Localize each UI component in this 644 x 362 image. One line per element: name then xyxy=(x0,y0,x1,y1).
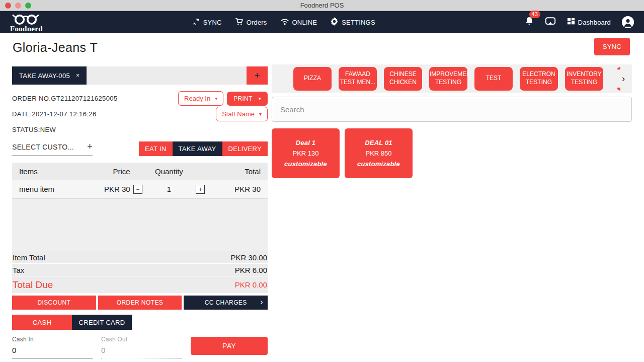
zoom-window-icon[interactable] xyxy=(25,3,31,9)
notification-count-badge: 43 xyxy=(529,11,540,18)
chevron-down-icon: ▾ xyxy=(259,96,261,101)
cart-icon xyxy=(235,17,244,27)
window-titlebar: Foodnerd POS xyxy=(0,0,644,11)
tax-row: Tax PKR 6.00 xyxy=(12,264,268,276)
nav-orders[interactable]: Orders xyxy=(235,17,267,27)
staff-name-dropdown[interactable]: Staff Name ▾ xyxy=(216,107,268,121)
nav-dashboard-label: Dashboard xyxy=(578,19,611,26)
cash-row: Cash In Cash Out PAY xyxy=(12,336,268,358)
chevron-right-icon: › xyxy=(260,298,263,307)
cc-charges-label: CC CHARGES xyxy=(205,299,247,306)
item-total: PKR 30 xyxy=(208,185,261,193)
nav-dashboard[interactable]: Dashboard xyxy=(567,18,611,27)
window-title: Foodnerd POS xyxy=(300,2,344,9)
order-type-delivery[interactable]: DELIVERY xyxy=(222,141,268,156)
display-icon[interactable] xyxy=(545,17,556,28)
order-panel: TAKE AWAY-005 × + ORDER NO.GT21120712162… xyxy=(12,66,268,358)
close-tab-icon[interactable]: × xyxy=(76,72,79,79)
deal-name: DEAL 01 xyxy=(365,139,392,147)
total-due-label: Total Due xyxy=(13,279,53,291)
category-inventory-testing[interactable]: INVENTORY TESTING xyxy=(565,67,603,91)
tax-value: PKR 6.00 xyxy=(235,266,267,274)
order-type-toggle: EAT IN TAKE AWAY DELIVERY xyxy=(139,141,268,156)
order-info: ORDER NO.GT211207121625005 Ready In ▾ PR… xyxy=(12,85,268,137)
deal-card-2[interactable]: DEAL 01 PKR 850 customizable xyxy=(345,128,413,178)
chevron-down-icon: ▾ xyxy=(215,96,217,101)
order-actions: DISCOUNT ORDER NOTES CC CHARGES › xyxy=(12,296,268,310)
category-pizza[interactable]: PIZZA xyxy=(293,67,332,91)
nav-settings-label: SETTINGS xyxy=(342,19,375,26)
staff-name-label: Staff Name xyxy=(222,110,255,118)
deals-grid: Deal 1 PKR 130 customizable DEAL 01 PKR … xyxy=(272,128,632,178)
total-due-value: PKR 0.00 xyxy=(235,280,267,289)
item-name: menu item xyxy=(19,185,83,193)
nav-sync-label: SYNC xyxy=(203,19,222,26)
window-controls xyxy=(5,3,31,9)
deal-note: customizable xyxy=(357,160,400,168)
close-window-icon[interactable] xyxy=(5,3,11,9)
order-type-eat-in[interactable]: EAT IN xyxy=(139,141,173,156)
cash-out-input xyxy=(101,343,182,358)
category-improvement-testing[interactable]: IMPROVEMENT TESTING xyxy=(429,67,467,91)
col-items: Items xyxy=(19,167,83,176)
sync-button[interactable]: SYNC xyxy=(594,38,630,55)
customer-row: SELECT CUSTO... + EAT IN TAKE AWAY DELIV… xyxy=(12,141,268,156)
order-tabbar: TAKE AWAY-005 × + xyxy=(12,66,268,85)
category-fawaad-test-menu[interactable]: FAWAAD TEST MEN... xyxy=(339,67,377,91)
cash-in-label: Cash In xyxy=(12,336,93,343)
category-electron-testing[interactable]: ELECTRON TESTING xyxy=(520,67,558,91)
deal-price: PKR 130 xyxy=(292,150,318,157)
ready-in-dropdown[interactable]: Ready In ▾ xyxy=(178,91,223,106)
discount-button[interactable]: DISCOUNT xyxy=(12,296,96,310)
item-total-value: PKR 30.00 xyxy=(230,253,267,262)
search-input[interactable] xyxy=(272,97,632,122)
table-row: menu item PKR 30 − 1 + PKR 30 xyxy=(12,180,268,199)
nav-right: 43 Dashboard xyxy=(525,16,634,28)
category-chinese-chicken[interactable]: CHINESE CHICKEN xyxy=(384,67,422,91)
nav-orders-label: Orders xyxy=(247,19,267,26)
deal-note: customizable xyxy=(284,160,327,168)
cash-out-label: Cash Out xyxy=(101,336,182,343)
cc-charges-button[interactable]: CC CHARGES › xyxy=(184,296,268,310)
minimize-window-icon[interactable] xyxy=(15,3,21,9)
pay-button[interactable]: PAY xyxy=(191,337,268,355)
order-date: DATE:2021-12-07 12:16:26 xyxy=(12,110,97,118)
nav-sync[interactable]: SYNC xyxy=(192,18,222,27)
page-title: Gloria-Jeans T xyxy=(13,40,98,55)
order-number: ORDER NO.GT211207121625005 xyxy=(12,95,118,102)
order-type-take-away[interactable]: TAKE AWAY xyxy=(173,141,222,156)
select-customer-field[interactable]: SELECT CUSTO... + xyxy=(12,141,93,156)
add-customer-icon[interactable]: + xyxy=(87,141,93,152)
nav-online[interactable]: ONLINE xyxy=(280,18,317,27)
menu-panel: PIZZA FAWAAD TEST MEN... CHINESE CHICKEN… xyxy=(272,64,632,178)
add-order-tab-button[interactable]: + xyxy=(247,66,268,85)
item-total-label: Item Total xyxy=(13,253,45,262)
glasses-logo-icon xyxy=(10,13,41,26)
brand-logo[interactable]: Foodnerd xyxy=(10,13,43,33)
notifications-button[interactable]: 43 xyxy=(525,16,534,28)
categories-next-button[interactable]: › xyxy=(615,69,632,88)
increase-quantity-button[interactable]: + xyxy=(196,185,205,194)
nav-menu: SYNC Orders ONLINE SETTINGS xyxy=(192,17,375,27)
col-price: Price xyxy=(83,167,130,176)
decrease-quantity-button[interactable]: − xyxy=(133,185,142,194)
category-test[interactable]: TEST xyxy=(474,67,513,91)
deal-price: PKR 850 xyxy=(365,150,391,157)
deal-card-1[interactable]: Deal 1 PKR 130 customizable xyxy=(272,128,340,178)
sync-icon xyxy=(192,18,200,27)
quantity-value: 1 xyxy=(167,185,171,193)
payment-cash-tab[interactable]: CASH xyxy=(12,315,72,330)
order-tab[interactable]: TAKE AWAY-005 × xyxy=(12,66,87,85)
nav-settings[interactable]: SETTINGS xyxy=(330,17,375,27)
account-avatar[interactable] xyxy=(622,16,634,28)
deal-name: Deal 1 xyxy=(296,139,316,147)
cash-in-input[interactable] xyxy=(12,343,93,358)
payment-credit-card-tab[interactable]: CREDIT CARD xyxy=(72,315,132,330)
wifi-icon xyxy=(280,18,289,27)
order-notes-button[interactable]: ORDER NOTES xyxy=(98,296,182,310)
cash-in-field: Cash In xyxy=(12,336,93,358)
print-dropdown[interactable]: PRINT ▾ xyxy=(227,92,268,106)
category-bar: PIZZA FAWAAD TEST MEN... CHINESE CHICKEN… xyxy=(272,64,632,93)
order-tab-label: TAKE AWAY-005 xyxy=(19,72,70,80)
select-customer-label: SELECT CUSTO... xyxy=(12,143,74,151)
